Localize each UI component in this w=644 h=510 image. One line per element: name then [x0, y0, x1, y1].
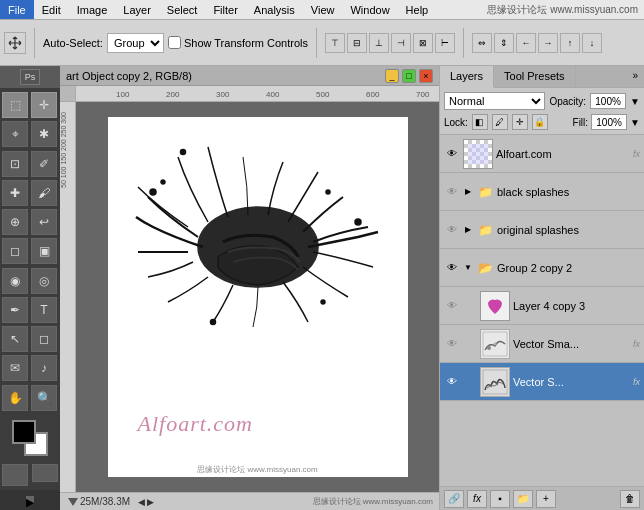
maximize-btn[interactable]: □	[402, 69, 416, 83]
move-tool-btn[interactable]	[4, 32, 26, 54]
dist-bottom-btn[interactable]: ↓	[582, 33, 602, 53]
panel-close-btn[interactable]: »	[626, 66, 644, 87]
lock-image-btn[interactable]: 🖊	[492, 114, 508, 130]
lock-all-btn[interactable]: 🔒	[532, 114, 548, 130]
screen-mode-btn[interactable]	[32, 464, 58, 482]
marquee-tool[interactable]: ⬚	[2, 92, 28, 118]
new-group-btn[interactable]: 📁	[513, 490, 533, 508]
dist-h-btn[interactable]: ⇔	[472, 33, 492, 53]
expand-toolbox-btn[interactable]: ▶	[26, 496, 34, 504]
eraser-tool[interactable]: ◻	[2, 238, 28, 264]
link-layers-btn[interactable]: 🔗	[444, 490, 464, 508]
menu-edit[interactable]: Edit	[34, 0, 69, 19]
audio-tool[interactable]: ♪	[31, 355, 57, 381]
layer-item-alfoart[interactable]: 👁 Alfoart.com fx	[440, 135, 644, 173]
brush-tool[interactable]: 🖌	[31, 180, 57, 206]
autoselect-dropdown[interactable]: Group Layer	[107, 33, 164, 53]
new-layer-btn[interactable]: +	[536, 490, 556, 508]
align-vert-btn[interactable]: ⊟	[347, 33, 367, 53]
layer-item-black-splashes[interactable]: 👁 ▶ 📁 black splashes	[440, 173, 644, 211]
menu-image[interactable]: Image	[69, 0, 116, 19]
blur-tool[interactable]: ◉	[2, 268, 28, 294]
dodge-tool[interactable]: ◎	[31, 268, 57, 294]
tab-tool-presets[interactable]: Tool Presets	[494, 66, 576, 87]
visibility-toggle-group2copy2[interactable]: 👁	[444, 260, 460, 276]
visibility-toggle-layer4copy3[interactable]: 👁	[444, 298, 460, 314]
blend-mode-select[interactable]: Normal Multiply Screen Overlay	[444, 92, 545, 110]
ps-logo[interactable]: Ps	[20, 69, 41, 85]
menu-help[interactable]: Help	[398, 0, 437, 19]
layer-item-original-splashes[interactable]: 👁 ▶ 📁 original splashes	[440, 211, 644, 249]
transform-controls-toggle[interactable]: Show Transform Controls	[168, 36, 308, 49]
menu-analysis[interactable]: Analysis	[246, 0, 303, 19]
minimize-btn[interactable]: _	[385, 69, 399, 83]
close-btn[interactable]: ×	[419, 69, 433, 83]
prev-frame-btn[interactable]: ◀	[138, 497, 145, 507]
add-fx-btn[interactable]: fx	[467, 490, 487, 508]
align-center-btn[interactable]: ⊠	[413, 33, 433, 53]
pen-tool[interactable]: ✒	[2, 297, 28, 323]
menu-layer[interactable]: Layer	[115, 0, 159, 19]
lock-position-btn[interactable]: ✛	[512, 114, 528, 130]
status-left: 25M/38.3M	[66, 496, 130, 507]
status-triangle[interactable]	[68, 498, 78, 506]
color-swatches[interactable]	[12, 420, 48, 456]
layer-item-group2copy2[interactable]: 👁 ▼ 📂 Group 2 copy 2	[440, 249, 644, 287]
canvas-content[interactable]: Alfoart.com 思缘设计论坛 www.missyuan.com	[76, 102, 439, 492]
menu-window[interactable]: Window	[342, 0, 397, 19]
layer-item-vectors[interactable]: 👁 Vector S... fx	[440, 363, 644, 401]
visibility-toggle-vectorsma[interactable]: 👁	[444, 336, 460, 352]
dist-left-btn[interactable]: ←	[516, 33, 536, 53]
visibility-toggle-original-splashes[interactable]: 👁	[444, 222, 460, 238]
tab-layers[interactable]: Layers	[440, 66, 494, 88]
add-mask-btn[interactable]: ▪	[490, 490, 510, 508]
crop-tool[interactable]: ⊡	[2, 151, 28, 177]
canvas-titlebar: art Object copy 2, RGB/8) _ □ ×	[60, 66, 439, 86]
toolbox-body: ⬚ ✛ ⌖ ✱ ⊡ ✐ ✚ 🖌 ⊕ ↩ ◻ ▣ ◉ ◎ ✒ T ↖ ◻ ✉ ♪ …	[0, 88, 60, 416]
text-tool[interactable]: T	[31, 297, 57, 323]
align-top-btn[interactable]: ⊤	[325, 33, 345, 53]
history-brush[interactable]: ↩	[31, 209, 57, 235]
visibility-toggle-black-splashes[interactable]: 👁	[444, 184, 460, 200]
lock-transparent-btn[interactable]: ◧	[472, 114, 488, 130]
dist-v-btn[interactable]: ⇕	[494, 33, 514, 53]
layer-item-layer4copy3[interactable]: 👁 Layer 4 copy 3	[440, 287, 644, 325]
gradient-tool[interactable]: ▣	[31, 238, 57, 264]
opacity-input[interactable]	[590, 93, 626, 109]
align-left-btn[interactable]: ⊣	[391, 33, 411, 53]
clone-tool[interactable]: ⊕	[2, 209, 28, 235]
dist-top-btn[interactable]: ↑	[560, 33, 580, 53]
zoom-tool[interactable]: 🔍	[31, 385, 57, 411]
align-bottom-btn[interactable]: ⊥	[369, 33, 389, 53]
layer-name-original-splashes: original splashes	[497, 224, 640, 236]
expand-group2copy2[interactable]: ▼	[463, 263, 473, 273]
quick-mask-btn[interactable]	[2, 464, 28, 486]
visibility-toggle-alfoart[interactable]: 👁	[444, 146, 460, 162]
next-frame-btn[interactable]: ▶	[147, 497, 154, 507]
hand-tool[interactable]: ✋	[2, 385, 28, 411]
eyedropper-tool[interactable]: ✐	[31, 151, 57, 177]
menu-select[interactable]: Select	[159, 0, 206, 19]
menu-filter[interactable]: Filter	[205, 0, 245, 19]
path-select-tool[interactable]: ↖	[2, 326, 28, 352]
layer-item-vectorsma[interactable]: 👁 Vector Sma... fx	[440, 325, 644, 363]
menu-file[interactable]: File	[0, 0, 34, 19]
notes-tool[interactable]: ✉	[2, 355, 28, 381]
lasso-tool[interactable]: ⌖	[2, 121, 28, 147]
foreground-color[interactable]	[12, 420, 36, 444]
layer-fx-vectors: fx	[633, 377, 640, 387]
dist-right-btn[interactable]: →	[538, 33, 558, 53]
align-right-btn[interactable]: ⊢	[435, 33, 455, 53]
menu-view[interactable]: View	[303, 0, 343, 19]
fill-arrow[interactable]: ▼	[630, 117, 640, 128]
opacity-arrow[interactable]: ▼	[630, 96, 640, 107]
move-tool[interactable]: ✛	[31, 92, 57, 118]
delete-layer-btn[interactable]: 🗑	[620, 490, 640, 508]
shape-tool[interactable]: ◻	[31, 326, 57, 352]
expand-black-splashes[interactable]: ▶	[463, 187, 473, 197]
fill-input[interactable]	[591, 114, 627, 130]
healing-tool[interactable]: ✚	[2, 180, 28, 206]
visibility-toggle-vectors[interactable]: 👁	[444, 374, 460, 390]
expand-original-splashes[interactable]: ▶	[463, 225, 473, 235]
magic-wand-tool[interactable]: ✱	[31, 121, 57, 147]
